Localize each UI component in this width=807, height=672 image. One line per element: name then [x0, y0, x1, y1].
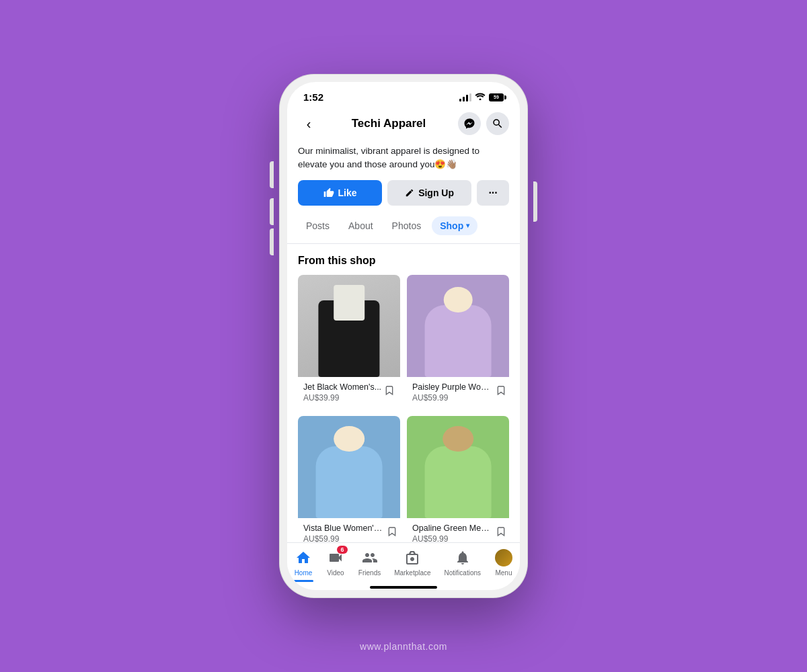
- products-grid: Jet Black Women's... AU$39.99: [298, 275, 509, 543]
- back-button[interactable]: ‹: [298, 113, 319, 134]
- nav-item-friends[interactable]: Friends: [358, 548, 381, 577]
- product-name-jet-black: Jet Black Women's...: [303, 382, 381, 392]
- status-time: 1:52: [303, 91, 323, 103]
- bio-section: Our minimalist, vibrant apparel is desig…: [287, 142, 520, 180]
- nav-actions: [458, 112, 509, 135]
- product-card-vista-blue[interactable]: Vista Blue Women's... AU$59.99: [298, 416, 400, 543]
- product-info-jet-black: Jet Black Women's... AU$39.99: [298, 377, 400, 409]
- nav-item-menu[interactable]: Menu: [494, 548, 513, 577]
- bookmark-paisley-purple[interactable]: [493, 382, 509, 398]
- bookmark-icon: [496, 526, 506, 537]
- tab-posts[interactable]: Posts: [298, 216, 338, 235]
- shop-section: From this shop Jet Black Women's... AU$3…: [287, 244, 520, 543]
- product-price-opaline-green: AU$59.99: [412, 534, 493, 543]
- bio-text: Our minimalist, vibrant apparel is desig…: [298, 144, 509, 172]
- nav-item-marketplace[interactable]: Marketplace: [394, 548, 430, 577]
- content-area[interactable]: Our minimalist, vibrant apparel is desig…: [287, 142, 520, 542]
- search-icon: [492, 118, 504, 130]
- status-icons: 59: [459, 92, 504, 102]
- bookmark-icon: [387, 526, 397, 537]
- marketplace-icon: [403, 548, 422, 567]
- messenger-icon: [463, 118, 475, 130]
- product-name-opaline-green: Opaline Green Men'...: [412, 523, 493, 533]
- nav-label-friends: Friends: [358, 569, 381, 577]
- action-buttons: Like Sign Up ···: [287, 180, 520, 216]
- product-image-paisley-purple: [407, 275, 509, 377]
- product-price-paisley-purple: AU$59.99: [412, 393, 493, 403]
- product-info-paisley-purple: Paisley Purple Wom... AU$59.99: [407, 377, 509, 409]
- product-price-jet-black: AU$39.99: [303, 393, 381, 403]
- tab-photos[interactable]: Photos: [384, 216, 430, 235]
- signup-label: Sign Up: [418, 187, 454, 198]
- nav-item-video[interactable]: 6 Video: [326, 548, 345, 577]
- wifi-icon: [475, 92, 486, 102]
- home-icon: [294, 548, 313, 567]
- status-bar: 1:52 59: [287, 82, 520, 107]
- video-icon: 6: [326, 548, 345, 567]
- phone-screen: 1:52 59: [287, 82, 520, 590]
- nav-label-marketplace: Marketplace: [394, 569, 430, 577]
- nav-label-video: Video: [327, 569, 344, 577]
- signal-icon: [459, 93, 471, 101]
- pencil-icon: [405, 188, 414, 198]
- top-nav: ‹ Techi Apparel: [287, 107, 520, 142]
- signup-button[interactable]: Sign Up: [387, 180, 471, 206]
- nav-label-home: Home: [295, 569, 313, 577]
- home-indicator: [370, 586, 437, 589]
- bookmark-icon: [384, 385, 395, 396]
- bookmark-vista-blue[interactable]: [384, 523, 400, 540]
- bookmark-opaline-green[interactable]: [493, 523, 509, 540]
- battery-icon: 59: [489, 93, 504, 101]
- product-name-paisley-purple: Paisley Purple Wom...: [412, 382, 493, 392]
- thumbs-up-icon: [323, 187, 334, 198]
- back-icon: ‹: [307, 116, 311, 132]
- bottom-nav: Home 6 Video Fr: [287, 542, 520, 587]
- page-title: Techi Apparel: [352, 117, 426, 130]
- section-title: From this shop: [298, 255, 509, 267]
- tab-shop[interactable]: Shop ▾: [432, 216, 477, 235]
- nav-item-notifications[interactable]: Notifications: [445, 548, 481, 577]
- more-button[interactable]: ···: [477, 180, 509, 206]
- product-info-opaline-green: Opaline Green Men'... AU$59.99: [407, 518, 509, 543]
- phone-frame: 1:52 59: [279, 74, 528, 598]
- product-image-vista-blue: [298, 416, 400, 518]
- product-image-jet-black: [298, 275, 400, 377]
- video-badge: 6: [337, 546, 348, 554]
- nav-item-home[interactable]: Home: [294, 548, 313, 577]
- tab-about[interactable]: About: [340, 216, 381, 235]
- product-card-jet-black[interactable]: Jet Black Women's... AU$39.99: [298, 275, 400, 409]
- product-image-opaline-green: [407, 416, 509, 518]
- product-name-vista-blue: Vista Blue Women's...: [303, 523, 384, 533]
- product-card-paisley-purple[interactable]: Paisley Purple Wom... AU$59.99: [407, 275, 509, 409]
- product-info-vista-blue: Vista Blue Women's... AU$59.99: [298, 518, 400, 543]
- user-avatar: [495, 549, 512, 566]
- tab-dropdown-icon: ▾: [466, 222, 469, 229]
- search-button[interactable]: [486, 112, 509, 135]
- product-card-opaline-green[interactable]: Opaline Green Men'... AU$59.99: [407, 416, 509, 543]
- product-price-vista-blue: AU$59.99: [303, 534, 384, 543]
- watermark: www.plannthat.com: [360, 641, 447, 652]
- menu-icon: [494, 548, 513, 567]
- nav-label-notifications: Notifications: [445, 569, 481, 577]
- tabs: Posts About Photos Shop ▾: [287, 216, 520, 244]
- notifications-icon: [453, 548, 472, 567]
- like-label: Like: [338, 187, 357, 198]
- bookmark-icon: [496, 385, 506, 396]
- bookmark-jet-black[interactable]: [381, 382, 397, 398]
- messenger-button[interactable]: [458, 112, 481, 135]
- nav-label-menu: Menu: [495, 569, 512, 577]
- friends-icon: [360, 548, 379, 567]
- like-button[interactable]: Like: [298, 180, 382, 206]
- more-icon: ···: [488, 187, 497, 199]
